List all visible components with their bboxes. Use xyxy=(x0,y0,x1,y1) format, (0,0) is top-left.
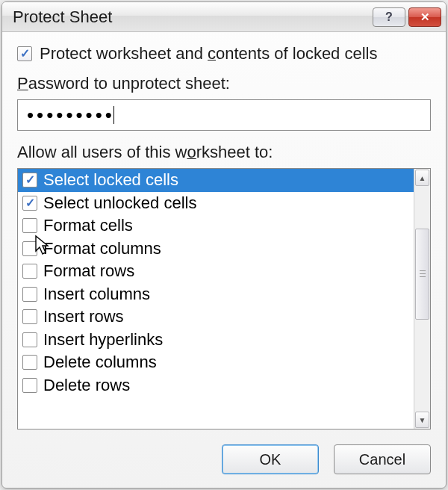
permission-item[interactable]: Format cells xyxy=(18,214,414,238)
permission-label: Select locked cells xyxy=(43,170,178,190)
permission-item[interactable]: Select locked cells xyxy=(18,169,414,192)
permission-checkbox[interactable] xyxy=(22,287,37,302)
close-icon: ✕ xyxy=(420,10,430,24)
ok-button[interactable]: OK xyxy=(222,444,319,474)
permission-item[interactable]: Insert rows xyxy=(18,306,414,329)
permission-label: Insert columns xyxy=(43,285,150,304)
permission-checkbox[interactable] xyxy=(22,355,37,370)
allow-users-label: Allow all users of this worksheet to: xyxy=(17,143,431,162)
permission-label: Format rows xyxy=(43,261,134,281)
permission-checkbox[interactable] xyxy=(22,264,37,279)
permission-item[interactable]: Insert hyperlinks xyxy=(18,329,414,352)
scrollbar-track[interactable] xyxy=(414,187,430,411)
password-value: ••••••••• xyxy=(27,105,115,125)
password-input[interactable]: ••••••••• xyxy=(17,99,431,131)
permission-checkbox[interactable] xyxy=(22,309,37,324)
scroll-down-button[interactable]: ▼ xyxy=(415,412,429,428)
permissions-list: Select locked cellsSelect unlocked cells… xyxy=(17,168,431,429)
help-icon: ? xyxy=(385,10,393,24)
titlebar-buttons: ? ✕ xyxy=(373,7,441,27)
permission-item[interactable]: Delete rows xyxy=(18,374,414,397)
permission-item[interactable]: Delete columns xyxy=(18,351,414,374)
permission-checkbox[interactable] xyxy=(22,218,37,233)
password-label: Password to unprotect sheet: xyxy=(17,74,431,93)
text-caret xyxy=(113,106,114,124)
permission-checkbox[interactable] xyxy=(22,196,37,211)
permission-label: Delete columns xyxy=(43,353,157,372)
protect-contents-row: Protect worksheet and contents of locked… xyxy=(17,44,431,63)
help-button[interactable]: ? xyxy=(373,7,405,27)
permissions-list-items: Select locked cellsSelect unlocked cells… xyxy=(18,169,414,429)
titlebar: Protect Sheet ? ✕ xyxy=(2,2,446,32)
permission-checkbox[interactable] xyxy=(22,173,37,187)
permission-item[interactable]: Format columns xyxy=(18,238,414,261)
permission-checkbox[interactable] xyxy=(22,332,37,347)
scrollbar: ▲ ▼ xyxy=(414,169,430,429)
permission-label: Delete rows xyxy=(43,376,130,395)
dialog-button-row: OK Cancel xyxy=(2,440,446,488)
scrollbar-thumb[interactable] xyxy=(415,229,429,320)
permission-item[interactable]: Select unlocked cells xyxy=(18,192,414,215)
permission-label: Select unlocked cells xyxy=(43,193,196,213)
permission-label: Format cells xyxy=(43,216,133,235)
permission-label: Format columns xyxy=(43,239,161,258)
permission-item[interactable]: Format rows xyxy=(18,260,414,283)
permission-label: Insert hyperlinks xyxy=(43,330,163,350)
permission-checkbox[interactable] xyxy=(22,241,37,256)
scroll-up-button[interactable]: ▲ xyxy=(415,170,429,186)
cancel-button[interactable]: Cancel xyxy=(334,444,431,474)
protect-sheet-dialog: Protect Sheet ? ✕ Protect worksheet and … xyxy=(1,1,447,489)
protect-contents-label: Protect worksheet and contents of locked… xyxy=(40,44,377,63)
dialog-title: Protect Sheet xyxy=(13,7,373,27)
permission-checkbox[interactable] xyxy=(22,378,37,393)
permission-item[interactable]: Insert columns xyxy=(18,283,414,306)
close-button[interactable]: ✕ xyxy=(408,7,441,27)
dialog-body: Protect worksheet and contents of locked… xyxy=(2,32,446,440)
protect-contents-checkbox[interactable] xyxy=(17,46,32,61)
permission-label: Insert rows xyxy=(43,307,124,326)
